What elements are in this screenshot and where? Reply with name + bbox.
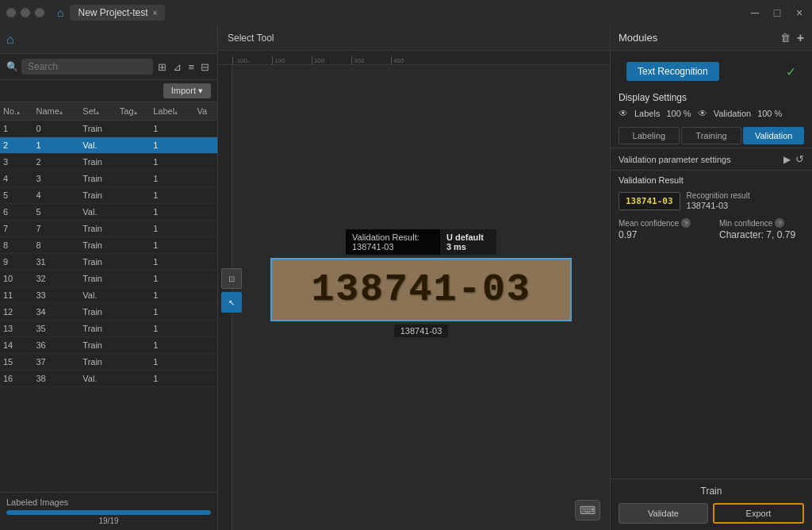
table-row[interactable]: 8 8 Train 1 [0, 237, 217, 254]
cell-tag [117, 237, 150, 254]
table-row[interactable]: 2 1 Val. 1 [0, 137, 217, 154]
trash-icon[interactable]: 🗑 [780, 32, 791, 44]
search-input[interactable] [21, 59, 153, 75]
cell-no: 4 [0, 171, 33, 187]
table-row[interactable]: 13 35 Train 1 [0, 321, 217, 337]
keyboard-icon[interactable]: ⌨ [575, 500, 600, 520]
cell-set: Val. [79, 137, 116, 154]
cell-name: 36 [33, 337, 79, 354]
labeled-images-title: Labeled Images [6, 497, 211, 507]
mean-confidence-value: 0.97 [619, 229, 703, 240]
cell-va [194, 304, 217, 321]
export-button[interactable]: Export [713, 503, 804, 524]
min-confidence-help-icon[interactable]: ? [775, 218, 784, 228]
validation-param-row: Validation parameter settings ▶ ↺ [611, 148, 812, 171]
table-row[interactable]: 6 5 Val. 1 [0, 204, 217, 221]
tab-close-icon[interactable]: × [153, 9, 158, 17]
table-row[interactable]: 5 4 Train 1 [0, 187, 217, 204]
add-module-icon[interactable]: + [797, 31, 804, 45]
reset-param-icon[interactable]: ↺ [795, 153, 804, 165]
crop-tool-btn[interactable]: ⊡ [221, 268, 242, 289]
maximize-btn[interactable]: □ [771, 6, 783, 19]
table-row[interactable]: 4 3 Train 1 [0, 171, 217, 187]
grid-icon[interactable]: ⊟ [199, 60, 211, 75]
table-row[interactable]: 16 38 Val. 1 [0, 371, 217, 387]
table-row[interactable]: 15 37 Train 1 [0, 354, 217, 371]
tab-validation[interactable]: Validation [743, 127, 804, 144]
text-recognition-row: Text Recognition ✓ [611, 51, 812, 89]
search-bar: 🔍 ⊞ ⊿ ≡ ⊟ [0, 54, 217, 80]
table-row[interactable]: 1 0 Train 1 [0, 121, 217, 137]
table-row[interactable]: 9 31 Train 1 [0, 254, 217, 271]
cell-no: 12 [0, 304, 33, 321]
labels-eye-icon[interactable]: 👁 [619, 108, 628, 119]
cell-va [194, 204, 217, 221]
cell-tag [117, 371, 150, 387]
validation-tooltip: Validation Result: 138741-03 U default 3… [346, 229, 496, 255]
cell-label: 1 [150, 137, 193, 154]
tooltip-badge: U default 3 ms [440, 229, 496, 255]
cell-label: 1 [150, 337, 193, 354]
table-row[interactable]: 12 34 Train 1 [0, 304, 217, 321]
cell-set: Train [79, 237, 116, 254]
validation-eye-icon[interactable]: 👁 [698, 108, 707, 119]
ruler-top: -100- 100 200 300 400 [218, 51, 610, 65]
import-button[interactable]: Import ▾ [163, 83, 211, 98]
filter-icon[interactable]: ⊿ [171, 60, 183, 75]
cell-label: 1 [150, 254, 193, 271]
result-text-col: Recognition result 138741-03 [687, 191, 750, 210]
cell-name: 31 [33, 254, 79, 271]
minimize-btn[interactable]: ─ [749, 6, 761, 19]
left-panel: ⌂ 🔍 ⊞ ⊿ ≡ ⊟ Import ▾ No.▴ Name▴ Set▴ [0, 25, 218, 530]
table-row[interactable]: 10 32 Train 1 [0, 271, 217, 287]
validation-label: Validation [714, 109, 752, 118]
cell-name: 8 [33, 237, 79, 254]
text-recognition-button[interactable]: Text Recognition [626, 62, 719, 81]
cell-no: 16 [0, 371, 33, 387]
image-table-container: No.▴ Name▴ Set▴ Tag▴ Label▴ Va 1 0 Train… [0, 102, 217, 492]
canvas-main[interactable]: -100- 100 200 300 400 ⊡ ↖ Validation Res… [218, 51, 610, 530]
cell-set: Train [79, 254, 116, 271]
image-import-icon[interactable]: ⊞ [156, 60, 168, 75]
table-row[interactable]: 3 2 Train 1 [0, 154, 217, 171]
cell-name: 38 [33, 371, 79, 387]
window-controls: ─ □ × [749, 6, 806, 19]
cell-label: 1 [150, 287, 193, 304]
cell-va [194, 137, 217, 154]
cell-set: Train [79, 221, 116, 237]
list-icon[interactable]: ≡ [186, 60, 196, 75]
cell-va [194, 254, 217, 271]
traffic-light-2 [21, 8, 30, 17]
min-confidence-label: Min confidence [719, 219, 772, 228]
panel-tabs-row: Labeling Training Validation [611, 124, 812, 148]
image-display: 138741-03 [270, 258, 572, 321]
home-icon[interactable]: ⌂ [57, 6, 63, 19]
cell-set: Train [79, 154, 116, 171]
ruler-ticks: -100- 100 200 300 400 [232, 56, 431, 64]
validation-pct: 100 % [757, 109, 782, 118]
canvas-content: Validation Result: 138741-03 U default 3… [232, 65, 610, 530]
cell-tag [117, 121, 150, 137]
expand-param-icon[interactable]: ▶ [783, 154, 791, 165]
cell-tag [117, 137, 150, 154]
ruler-tick-1: 100 [272, 56, 312, 64]
tab-labeling[interactable]: Labeling [619, 127, 680, 144]
close-win-btn[interactable]: × [793, 6, 806, 19]
modules-header: Modules 🗑 + [611, 25, 812, 51]
cell-va [194, 271, 217, 287]
ruler-tick-4: 400 [391, 56, 431, 64]
table-row[interactable]: 14 36 Train 1 [0, 337, 217, 354]
image-label-below: 138741-03 [394, 325, 449, 337]
display-settings-title: Display Settings [611, 89, 812, 108]
cell-va [194, 287, 217, 304]
table-row[interactable]: 11 33 Val. 1 [0, 287, 217, 304]
validate-button[interactable]: Validate [619, 503, 708, 524]
cell-va [194, 237, 217, 254]
tab-training[interactable]: Training [681, 127, 742, 144]
project-tab[interactable]: New Project-test × [70, 5, 165, 21]
home-nav-icon[interactable]: ⌂ [6, 33, 14, 47]
mean-confidence-help-icon[interactable]: ? [681, 218, 691, 228]
select-tool-btn[interactable]: ↖ [221, 292, 242, 313]
cell-set: Train [79, 271, 116, 287]
table-row[interactable]: 7 7 Train 1 [0, 221, 217, 237]
